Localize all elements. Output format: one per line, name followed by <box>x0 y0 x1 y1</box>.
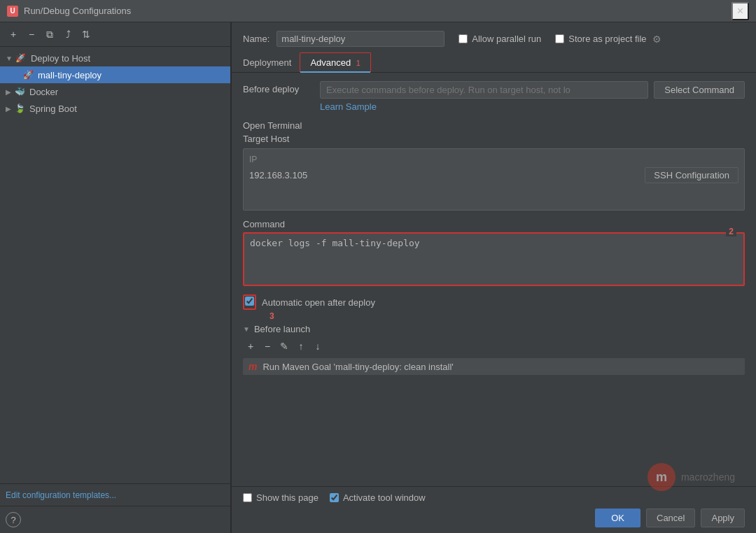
launch-item-maven: m Run Maven Goal 'mall-tiny-deploy: clea… <box>243 358 745 375</box>
sort-config-button[interactable]: ⇅ <box>78 27 94 42</box>
launch-up-button[interactable]: ↑ <box>293 339 309 354</box>
ip-label: IP <box>249 155 738 164</box>
sidebar-toolbar: + − ⧉ ⤴ ⇅ <box>0 22 230 47</box>
before-deploy-input[interactable] <box>320 81 648 99</box>
ssh-config-button[interactable]: SSH Configuration <box>645 167 738 183</box>
docker-arrow-icon: ▶ <box>6 88 11 96</box>
launch-toolbar: + − ✎ ↑ ↓ <box>243 339 745 354</box>
tree-group-springboot: ▶ 🍃 Spring Boot <box>0 100 230 117</box>
before-deploy-field: Select Command Learn Sample <box>320 81 745 112</box>
allow-parallel-group: Allow parallel run <box>458 34 541 44</box>
panel-content: Before deploy Select Command Learn Sampl… <box>232 73 756 486</box>
store-project-group: Store as project file ⚙ <box>555 32 662 46</box>
buttons-row: OK Cancel Apply <box>243 509 745 527</box>
activate-window-label: Activate tool window <box>343 492 426 503</box>
close-button[interactable]: × <box>732 2 749 20</box>
tab-advanced-label: Advanced <box>310 57 351 68</box>
docker-group-label: Docker <box>29 87 58 97</box>
deployment-label: Deployment <box>243 57 300 72</box>
command-badge: 2 <box>726 227 736 236</box>
tree-group-docker: ▶ 🐳 Docker <box>0 83 230 100</box>
bottom-area: Show this page Activate tool window OK C… <box>232 486 756 533</box>
command-textarea[interactable]: docker logs -f mall-tiny-deploy <box>244 234 743 283</box>
before-launch-section: ▼ Before launch + − ✎ ↑ ↓ m Run Maven Go… <box>243 324 745 375</box>
store-project-checkbox[interactable] <box>555 34 564 43</box>
deploy-item-label: mall-tiny-deploy <box>38 70 102 80</box>
name-input[interactable] <box>276 31 444 47</box>
move-config-button[interactable]: ⤴ <box>60 27 76 42</box>
allow-parallel-label: Allow parallel run <box>472 34 541 44</box>
tab-advanced[interactable]: Advanced 1 <box>300 52 371 72</box>
before-deploy-label: Before deploy <box>243 81 313 94</box>
before-launch-collapse-icon[interactable]: ▼ <box>243 325 250 333</box>
launch-edit-button[interactable]: ✎ <box>276 339 292 354</box>
allow-parallel-checkbox[interactable] <box>458 34 468 43</box>
deploy-icon: 🚀 <box>15 52 27 64</box>
open-terminal-label: Open Terminal <box>243 120 302 131</box>
sidebar-footer: Edit configuration templates... <box>0 483 230 506</box>
remove-config-button[interactable]: − <box>24 27 39 42</box>
maven-icon: m <box>248 361 257 372</box>
deploy-item-icon: 🚀 <box>22 69 34 80</box>
docker-icon: 🐳 <box>14 86 25 97</box>
show-page-row: Show this page Activate tool window <box>243 492 745 503</box>
target-host-box: IP 192.168.3.105 SSH Configuration <box>243 148 745 211</box>
right-panel: Name: Allow parallel run Store as projec… <box>232 22 756 533</box>
launch-remove-button[interactable]: − <box>260 339 275 354</box>
add-config-button[interactable]: + <box>6 27 21 42</box>
tree-group-deploy: ▼ 🚀 Deploy to Host 🚀 mall-tiny-deploy <box>0 50 230 83</box>
tree-group-deploy-header[interactable]: ▼ 🚀 Deploy to Host <box>0 50 230 66</box>
command-section: Command 2 docker logs -f mall-tiny-deplo… <box>243 219 745 286</box>
before-deploy-row: Before deploy Select Command Learn Sampl… <box>243 81 745 112</box>
name-label: Name: <box>243 34 270 44</box>
before-launch-title: Before launch <box>254 324 310 334</box>
target-host-section: Target Host IP 192.168.3.105 SSH Configu… <box>243 134 745 211</box>
auto-open-checkbox-wrapper <box>243 294 256 310</box>
app-icon: U <box>7 6 18 17</box>
show-page-checkbox[interactable] <box>243 493 252 502</box>
springboot-icon: 🍃 <box>14 103 25 114</box>
cancel-button[interactable]: Cancel <box>646 509 695 527</box>
springboot-group-label: Spring Boot <box>29 104 77 114</box>
auto-open-label: Automatic open after deploy <box>262 297 375 308</box>
target-host-title: Target Host <box>243 134 745 144</box>
tree-group-docker-header[interactable]: ▶ 🐳 Docker <box>0 83 230 100</box>
tree-group-springboot-header[interactable]: ▶ 🍃 Spring Boot <box>0 100 230 117</box>
launch-item-label: Run Maven Goal 'mall-tiny-deploy: clean … <box>262 362 453 372</box>
launch-add-button[interactable]: + <box>243 339 258 354</box>
launch-down-button[interactable]: ↓ <box>310 339 326 354</box>
apply-button[interactable]: Apply <box>701 509 745 527</box>
copy-config-button[interactable]: ⧉ <box>42 27 57 42</box>
activate-window-checkbox[interactable] <box>330 493 339 502</box>
store-project-label: Store as project file <box>568 34 646 44</box>
deploy-group-label: Deploy to Host <box>31 53 90 64</box>
deploy-arrow-icon: ▼ <box>6 55 13 62</box>
sidebar: + − ⧉ ⤴ ⇅ ▼ 🚀 Deploy to Host 🚀 mall-tin <box>0 22 231 533</box>
gear-button[interactable]: ⚙ <box>651 32 663 46</box>
config-tree: ▼ 🚀 Deploy to Host 🚀 mall-tiny-deploy ▶ … <box>0 47 230 268</box>
auto-open-row: Automatic open after deploy 3 <box>243 294 745 310</box>
show-page-label: Show this page <box>256 492 318 503</box>
edit-templates-link[interactable]: Edit configuration templates... <box>6 490 116 500</box>
window-title: Run/Debug Configurations <box>24 6 732 16</box>
command-label: Command <box>243 219 745 229</box>
ip-row: 192.168.3.105 SSH Configuration <box>249 167 738 183</box>
tree-item-mall-tiny-deploy[interactable]: 🚀 mall-tiny-deploy <box>0 66 230 83</box>
sidebar-bottom: ? <box>0 506 230 533</box>
tab-advanced-badge: 1 <box>356 59 360 67</box>
springboot-arrow-icon: ▶ <box>6 105 11 113</box>
title-bar: U Run/Debug Configurations × <box>0 0 756 22</box>
before-deploy-input-row: Select Command <box>320 81 745 99</box>
command-textarea-wrapper: 2 docker logs -f mall-tiny-deploy <box>243 232 745 286</box>
tabs-row: Deployment Advanced 1 <box>232 52 756 73</box>
before-launch-header: ▼ Before launch <box>243 324 745 334</box>
ip-value: 192.168.3.105 <box>249 170 639 180</box>
auto-open-badge: 3 <box>270 311 274 321</box>
ok-button[interactable]: OK <box>595 509 640 527</box>
select-command-button[interactable]: Select Command <box>654 81 745 99</box>
name-row: Name: Allow parallel run Store as projec… <box>232 22 756 52</box>
learn-sample-link[interactable]: Learn Sample <box>320 101 745 112</box>
auto-open-checkbox[interactable] <box>245 297 254 306</box>
help-button[interactable]: ? <box>6 512 21 527</box>
